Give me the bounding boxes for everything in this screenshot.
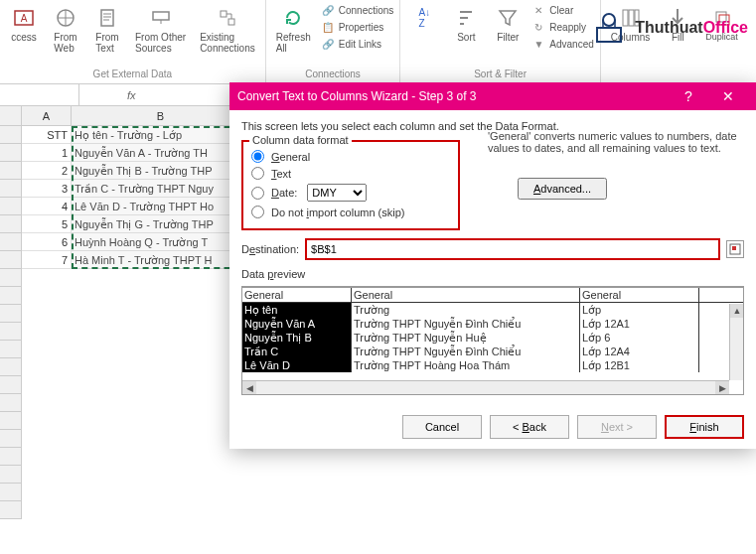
finish-button[interactable]: Finish: [665, 415, 744, 439]
sort-az-button[interactable]: A↓Z: [404, 2, 444, 67]
row-header[interactable]: [0, 251, 22, 269]
label-text[interactable]: Text: [271, 168, 291, 180]
cell[interactable]: Lê Văn D - Trường THPT Ho: [72, 198, 250, 215]
from-other-sources-button[interactable]: From Other Sources: [129, 2, 192, 67]
row-header[interactable]: [0, 233, 22, 251]
cell[interactable]: 6: [22, 233, 72, 251]
preview-vscrollbar[interactable]: ▲: [729, 304, 743, 380]
row-header[interactable]: [0, 180, 22, 198]
preview-cell: Trường THPT Nguyễn Đình Chiểu: [352, 317, 580, 331]
next-button[interactable]: Next >: [577, 415, 657, 439]
scroll-up-icon[interactable]: ▲: [730, 304, 744, 318]
help-button[interactable]: ?: [669, 88, 708, 104]
label-date[interactable]: Date:: [271, 187, 297, 199]
from-web-button[interactable]: From Web: [46, 2, 85, 67]
dialog-title: Convert Text to Columns Wizard - Step 3 …: [237, 89, 669, 103]
row-header[interactable]: [0, 448, 22, 466]
link-icon: 🔗: [321, 3, 335, 17]
radio-skip[interactable]: [251, 206, 264, 218]
preview-cell: Trường THPT Nguyễn Đình Chiểu: [352, 345, 580, 358]
row-header[interactable]: [0, 305, 22, 323]
radio-text[interactable]: [251, 167, 264, 180]
cell[interactable]: 7: [22, 251, 72, 269]
row-header[interactable]: [0, 198, 22, 215]
cell[interactable]: Nguyễn Thị B - Trường THP: [72, 162, 250, 180]
properties-button[interactable]: 📋Properties: [319, 19, 396, 35]
label-skip[interactable]: Do not import column (skip): [271, 207, 405, 218]
refresh-all-button[interactable]: Refresh All: [270, 2, 317, 67]
web-icon: [52, 4, 79, 32]
row-header[interactable]: [0, 394, 22, 412]
row-header[interactable]: [0, 341, 22, 358]
dialog-titlebar[interactable]: Convert Text to Columns Wizard - Step 3 …: [229, 82, 756, 110]
preview-header-cell[interactable]: General: [580, 288, 699, 302]
connections-button[interactable]: 🔗Connections: [319, 2, 396, 18]
filter-icon: [494, 4, 522, 32]
cell[interactable]: Họ tên - Trường - Lớp: [72, 126, 250, 144]
range-picker-button[interactable]: [726, 240, 744, 258]
cell[interactable]: 4: [22, 198, 72, 215]
reapply-button[interactable]: ↻Reapply: [529, 19, 595, 35]
scroll-left-icon[interactable]: ◀: [242, 381, 256, 395]
row-header[interactable]: [0, 358, 22, 376]
column-header-b[interactable]: B: [72, 106, 250, 126]
row-header[interactable]: [0, 215, 22, 233]
scroll-right-icon[interactable]: ▶: [715, 381, 729, 395]
advanced-icon: ▼: [531, 37, 545, 51]
cell[interactable]: STT: [22, 126, 72, 144]
close-button[interactable]: ✕: [708, 88, 748, 104]
existing-connections-button[interactable]: Existing Connections: [194, 2, 261, 67]
cell[interactable]: Hà Minh T - Trường THPT H: [72, 251, 250, 269]
cell[interactable]: Huỳnh Hoàng Q - Trường T: [72, 233, 250, 251]
svg-point-13: [603, 14, 615, 26]
advanced-filter-button[interactable]: ▼Advanced: [529, 36, 595, 52]
row-header[interactable]: [0, 376, 22, 394]
sort-button[interactable]: Sort: [446, 2, 486, 67]
preview-cell: Nguyễn Thị B: [242, 331, 352, 345]
svg-rect-4: [153, 12, 169, 20]
radio-date[interactable]: [251, 187, 264, 200]
cell[interactable]: Trần C - Trường THPT Nguy: [72, 180, 250, 198]
row-header[interactable]: [0, 430, 22, 448]
row-header[interactable]: [0, 269, 22, 287]
row-header[interactable]: [0, 501, 22, 519]
cell[interactable]: 3: [22, 180, 72, 198]
cell[interactable]: Nguyễn Văn A - Trường TH: [72, 144, 250, 162]
row-header[interactable]: [0, 162, 22, 180]
fx-label[interactable]: fx: [119, 89, 144, 101]
row-header[interactable]: [0, 323, 22, 341]
filter-button[interactable]: Filter: [488, 2, 528, 67]
row-header[interactable]: [0, 144, 22, 162]
preview-hscrollbar[interactable]: ◀▶: [242, 380, 729, 394]
connections-icon: [214, 4, 241, 32]
row-header[interactable]: [0, 287, 22, 305]
group-label-connections: Connections: [305, 67, 361, 81]
select-all-corner[interactable]: [0, 106, 22, 126]
from-access-button[interactable]: Access: [4, 2, 44, 67]
preview-header-cell[interactable]: General: [242, 288, 352, 302]
row-header[interactable]: [0, 412, 22, 430]
cell[interactable]: 2: [22, 162, 72, 180]
preview-header-cell[interactable]: General: [352, 288, 580, 302]
cell[interactable]: Nguyễn Thị G - Trường THP: [72, 215, 250, 233]
edit-links-button[interactable]: 🔗Edit Links: [319, 36, 396, 52]
column-header-a[interactable]: A: [22, 106, 72, 126]
row-header[interactable]: [0, 126, 22, 144]
destination-input[interactable]: [305, 238, 720, 260]
date-format-select[interactable]: DMY: [307, 184, 367, 202]
name-box[interactable]: [0, 84, 79, 105]
text-to-columns-dialog: Convert Text to Columns Wizard - Step 3 …: [229, 82, 756, 449]
cancel-button[interactable]: Cancel: [402, 415, 482, 439]
cell[interactable]: 1: [22, 144, 72, 162]
general-help-text: 'General' converts numeric values to num…: [488, 130, 746, 154]
label-general[interactable]: General: [271, 151, 310, 163]
radio-general[interactable]: [251, 150, 264, 163]
row-header[interactable]: [0, 466, 22, 484]
row-header[interactable]: [0, 484, 22, 501]
from-text-button[interactable]: From Text: [87, 2, 127, 67]
back-button[interactable]: < Back: [490, 415, 569, 439]
preview-cell: Trần C: [242, 345, 352, 358]
advanced-button[interactable]: Advanced...: [518, 178, 607, 200]
cell[interactable]: 5: [22, 215, 72, 233]
clear-button[interactable]: ✕Clear: [529, 2, 595, 18]
